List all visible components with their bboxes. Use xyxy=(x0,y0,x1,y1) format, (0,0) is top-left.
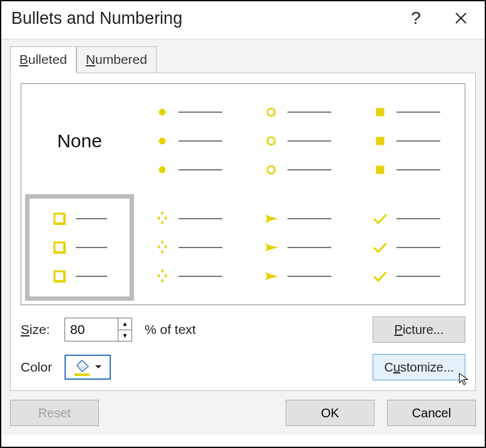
size-label: Size: xyxy=(21,322,65,337)
open-square-icon xyxy=(52,211,67,226)
tab-strip: Bulleted Numbered xyxy=(10,46,476,73)
size-input[interactable] xyxy=(65,318,118,341)
reset-button[interactable]: Reset xyxy=(10,400,99,426)
tab-bulleted[interactable]: Bulleted xyxy=(10,46,76,73)
help-button[interactable]: ? xyxy=(402,4,430,32)
bullet-style-diamonds[interactable] xyxy=(134,194,243,301)
none-label: None xyxy=(57,130,102,152)
tab-bulleted-accel: B xyxy=(19,52,28,66)
svg-point-5 xyxy=(267,108,275,116)
title-bar: Bullets and Numbering ? xyxy=(1,1,485,39)
svg-rect-8 xyxy=(376,108,384,116)
svg-rect-19 xyxy=(63,273,66,283)
bullet-style-none[interactable]: None xyxy=(25,88,134,194)
size-suffix: % of text xyxy=(140,322,240,337)
disc-icon xyxy=(155,105,170,120)
filled-square-icon xyxy=(373,105,388,120)
ok-button[interactable]: OK xyxy=(286,400,375,426)
size-spinner[interactable]: ▲ ▼ xyxy=(65,318,132,341)
svg-point-7 xyxy=(267,166,275,174)
dialog-footer: Reset OK Cancel xyxy=(10,391,476,426)
dialog-body: Bulleted Numbered None xyxy=(1,39,485,435)
bullet-style-check[interactable] xyxy=(352,194,461,301)
four-diamonds-icon xyxy=(155,211,170,226)
bullet-style-disc[interactable] xyxy=(134,88,243,194)
svg-rect-11 xyxy=(54,214,65,224)
close-button[interactable] xyxy=(447,4,475,32)
picture-button[interactable]: Picture... xyxy=(373,316,465,343)
svg-rect-20 xyxy=(75,373,90,376)
tab-panel: None xyxy=(10,73,476,391)
svg-rect-13 xyxy=(63,215,66,225)
customize-button[interactable]: Customize... xyxy=(373,354,465,380)
chevron-down-icon xyxy=(95,365,102,370)
tab-numbered[interactable]: Numbered xyxy=(76,46,157,73)
svg-rect-9 xyxy=(376,137,384,145)
bullet-style-square[interactable] xyxy=(352,88,461,194)
color-label: Color xyxy=(21,360,65,375)
close-icon xyxy=(454,11,468,25)
cancel-button[interactable]: Cancel xyxy=(387,400,476,426)
bullet-style-ring[interactable] xyxy=(243,88,352,194)
bullet-controls: Size: ▲ ▼ % of text Picture... Color xyxy=(21,305,465,380)
svg-rect-16 xyxy=(63,244,66,254)
svg-rect-17 xyxy=(54,271,65,281)
ring-icon xyxy=(264,105,279,120)
svg-rect-10 xyxy=(376,166,384,174)
color-picker-button[interactable] xyxy=(65,355,111,380)
dialog-title: Bullets and Numbering xyxy=(11,9,385,28)
tab-numbered-accel: N xyxy=(86,52,95,66)
svg-point-2 xyxy=(159,109,165,115)
paint-bucket-icon xyxy=(73,358,91,377)
check-icon xyxy=(373,211,388,226)
bullet-style-open-square[interactable] xyxy=(25,194,134,301)
arrowhead-icon xyxy=(264,211,279,226)
cursor-icon xyxy=(457,372,471,386)
svg-rect-14 xyxy=(54,242,65,253)
bullets-numbering-dialog: Bullets and Numbering ? Bulleted Numbere… xyxy=(0,0,486,448)
size-up-button[interactable]: ▲ xyxy=(118,318,132,330)
svg-point-6 xyxy=(267,137,275,145)
size-down-button[interactable]: ▼ xyxy=(118,330,132,341)
bullet-style-arrowhead[interactable] xyxy=(243,194,352,301)
bullet-grid-frame: None xyxy=(21,83,465,305)
svg-point-4 xyxy=(159,167,165,173)
svg-point-3 xyxy=(159,138,165,144)
bullet-style-grid: None xyxy=(25,88,461,301)
